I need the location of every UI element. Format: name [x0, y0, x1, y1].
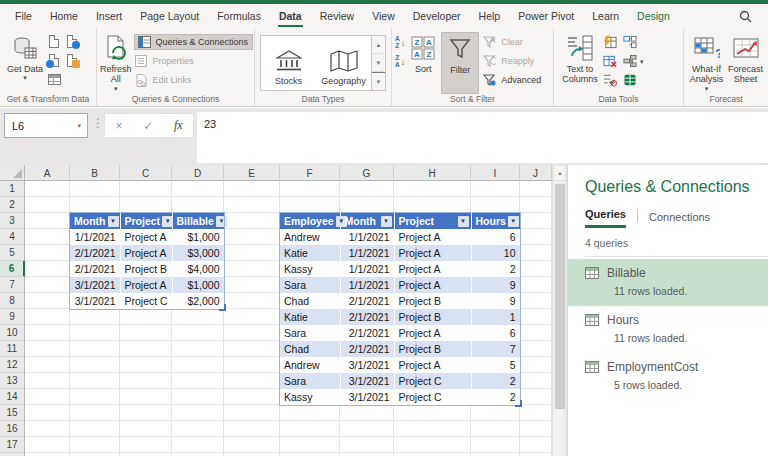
- employee-cell[interactable]: Sara: [280, 277, 340, 293]
- scrollbar-thumb[interactable]: [555, 184, 565, 409]
- insert-function-button[interactable]: fx: [174, 118, 183, 133]
- filter-button[interactable]: Filter: [441, 32, 479, 94]
- row-header[interactable]: 5: [0, 245, 24, 261]
- month-cell[interactable]: 2/1/2021: [70, 245, 120, 261]
- month-cell[interactable]: 3/1/2021: [70, 293, 120, 309]
- query-list-item[interactable]: Hours 11 rows loaded.: [568, 306, 768, 353]
- menu-tab[interactable]: Learn: [583, 4, 628, 28]
- select-all-corner[interactable]: [0, 165, 25, 181]
- month-cell[interactable]: 1/1/2021: [340, 229, 394, 245]
- row-header[interactable]: 17: [0, 437, 24, 453]
- gallery-up-icon[interactable]: ▲: [372, 36, 385, 54]
- billable-header-cell[interactable]: Billable▼: [172, 213, 224, 229]
- hours-cell[interactable]: 2: [471, 373, 520, 389]
- hours-cell[interactable]: 1: [471, 309, 520, 325]
- employee-cell[interactable]: Chad: [280, 341, 340, 357]
- vertical-scrollbar[interactable]: ▲: [552, 165, 567, 456]
- month-cell[interactable]: 2/1/2021: [340, 309, 394, 325]
- row-header[interactable]: 10: [0, 325, 24, 341]
- filter-dropdown-icon[interactable]: ▼: [162, 216, 173, 227]
- month-cell[interactable]: 3/1/2021: [70, 277, 120, 293]
- filter-dropdown-icon[interactable]: ▼: [381, 216, 392, 227]
- billable-cell[interactable]: $3,000: [172, 245, 224, 261]
- hours-cell[interactable]: 2: [471, 261, 520, 277]
- month-cell[interactable]: 1/1/2021: [340, 245, 394, 261]
- row-header[interactable]: 1: [0, 181, 24, 197]
- row-header[interactable]: 15: [0, 405, 24, 421]
- column-header[interactable]: F: [280, 165, 340, 181]
- project-cell[interactable]: Project C: [394, 389, 471, 405]
- project-cell[interactable]: Project C: [120, 293, 172, 309]
- hours-cell[interactable]: 2: [471, 389, 520, 405]
- employee-cell[interactable]: Andrew: [280, 357, 340, 373]
- project-cell[interactable]: Project A: [394, 357, 471, 373]
- employee-cell[interactable]: Chad: [280, 293, 340, 309]
- column-header[interactable]: D: [172, 165, 224, 181]
- hours-header-cell[interactable]: Employee▼: [280, 213, 340, 229]
- row-header[interactable]: 12: [0, 357, 24, 373]
- project-cell[interactable]: Project A: [394, 261, 471, 277]
- project-cell[interactable]: Project A: [394, 229, 471, 245]
- hours-cell[interactable]: 10: [471, 245, 520, 261]
- gallery-more-icon[interactable]: ▼: [372, 72, 385, 90]
- filter-dropdown-icon[interactable]: ▼: [108, 216, 119, 227]
- cancel-button[interactable]: ×: [115, 119, 122, 133]
- manage-data-model-icon[interactable]: [623, 73, 637, 87]
- month-cell[interactable]: 3/1/2021: [340, 389, 394, 405]
- menu-tab[interactable]: File: [6, 4, 41, 28]
- project-cell[interactable]: Project A: [394, 325, 471, 341]
- employee-cell[interactable]: Katie: [280, 309, 340, 325]
- menu-tab[interactable]: Page Layout: [131, 4, 208, 28]
- queries-connections-button[interactable]: Queries & Connections: [134, 34, 254, 50]
- column-header[interactable]: B: [70, 165, 120, 181]
- column-header[interactable]: A: [25, 165, 70, 181]
- data-validation-caret-icon[interactable]: ▾: [640, 58, 644, 66]
- forecast-sheet-button[interactable]: Forecast Sheet: [726, 32, 765, 85]
- billable-cell[interactable]: $1,000: [172, 229, 224, 245]
- row-header[interactable]: 13: [0, 373, 24, 389]
- text-to-columns-button[interactable]: Text to Columns: [557, 32, 603, 85]
- menu-tab[interactable]: Power Pivot: [509, 4, 583, 28]
- consolidate-icon[interactable]: [623, 35, 637, 49]
- scroll-up-icon[interactable]: ▲: [553, 165, 567, 181]
- name-box-caret-icon[interactable]: ▾: [77, 122, 87, 130]
- advanced-filter-button[interactable]: Advanced: [482, 72, 541, 88]
- sort-button[interactable]: Z A A Z Sort: [405, 32, 441, 74]
- menu-tab[interactable]: Design: [628, 4, 679, 28]
- hours-cell[interactable]: 9: [471, 277, 520, 293]
- row-header[interactable]: 8: [0, 293, 24, 309]
- billable-cell[interactable]: $4,000: [172, 261, 224, 277]
- hours-cell[interactable]: 5: [471, 357, 520, 373]
- project-cell[interactable]: Project C: [394, 373, 471, 389]
- worksheet-grid[interactable]: A B C D E F G H I J 1 2 3 4 5: [0, 165, 552, 456]
- month-cell[interactable]: 1/1/2021: [340, 261, 394, 277]
- month-cell[interactable]: 2/1/2021: [340, 325, 394, 341]
- billable-header-cell[interactable]: Project▼: [120, 213, 172, 229]
- row-header[interactable]: 2: [0, 197, 24, 213]
- project-cell[interactable]: Project B: [394, 293, 471, 309]
- hours-header-cell[interactable]: Hours▼: [471, 213, 520, 229]
- project-cell[interactable]: Project B: [120, 261, 172, 277]
- employee-cell[interactable]: Kassy: [280, 389, 340, 405]
- refresh-all-button[interactable]: Refresh All ▾: [100, 32, 132, 93]
- filter-dropdown-icon[interactable]: ▼: [216, 216, 227, 227]
- row-header[interactable]: 16: [0, 421, 24, 437]
- billable-cell[interactable]: $1,000: [172, 277, 224, 293]
- hours-cell[interactable]: 6: [471, 325, 520, 341]
- remove-duplicates-icon[interactable]: [603, 54, 617, 68]
- sort-ascending-button[interactable]: AZ ↓: [395, 36, 405, 49]
- project-cell[interactable]: Project A: [120, 245, 172, 261]
- sort-descending-button[interactable]: ZA ↓: [395, 55, 405, 68]
- employee-cell[interactable]: Katie: [280, 245, 340, 261]
- column-header[interactable]: C: [120, 165, 172, 181]
- geography-button[interactable]: Geography: [316, 36, 371, 90]
- menu-tab[interactable]: Developer: [404, 4, 470, 28]
- month-cell[interactable]: 2/1/2021: [70, 261, 120, 277]
- employee-cell[interactable]: Andrew: [280, 229, 340, 245]
- project-cell[interactable]: Project B: [394, 309, 471, 325]
- column-header[interactable]: G: [340, 165, 394, 181]
- filter-dropdown-icon[interactable]: ▼: [508, 216, 519, 227]
- menu-tab[interactable]: View: [363, 4, 404, 28]
- menu-tab[interactable]: Data: [270, 4, 311, 28]
- project-cell[interactable]: Project A: [120, 229, 172, 245]
